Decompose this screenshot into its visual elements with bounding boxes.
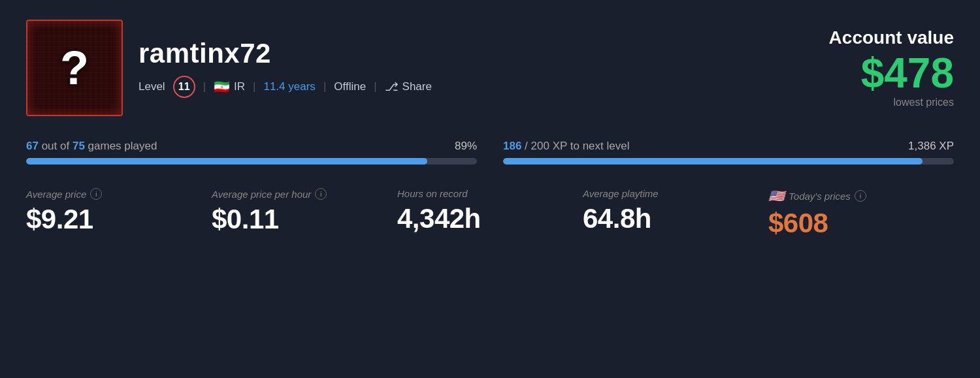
- country-code: IR: [234, 80, 245, 93]
- games-played: 67: [26, 140, 39, 152]
- avg-playtime-label: Average playtime: [583, 188, 768, 199]
- stat-todays-prices: 🇺🇸 Today's prices i $608: [768, 188, 954, 239]
- games-progress-bar-fill: [26, 158, 427, 165]
- games-progress-info: 67 out of 75 games played 89%: [26, 140, 477, 153]
- xp-label-mid: /: [525, 140, 531, 152]
- separator-3: |: [323, 80, 326, 93]
- games-label-end: games played: [88, 140, 157, 152]
- avg-price-per-hour-label: Average price per hour i: [212, 188, 397, 200]
- avg-price-label: Average price i: [26, 188, 212, 200]
- account-value-box: Account value $478 lowest prices: [829, 27, 954, 108]
- progress-section: 67 out of 75 games played 89% 186 / 200 …: [26, 140, 954, 165]
- avg-price-info-icon[interactable]: i: [90, 188, 102, 200]
- todays-prices-value: $608: [768, 208, 954, 239]
- page-container: ? ramtinx72 Level 11 | 🇮🇷 IR | 11.4 year…: [0, 0, 980, 259]
- games-label-mid: out of: [42, 140, 73, 152]
- share-label: Share: [402, 80, 432, 93]
- avatar: ?: [26, 20, 123, 116]
- avg-playtime-value: 64.8h: [583, 203, 768, 234]
- separator-2: |: [253, 80, 255, 93]
- separator-1: |: [203, 80, 206, 93]
- xp-total: 200: [531, 140, 549, 152]
- flag-country: 🇮🇷 IR: [214, 79, 245, 95]
- profile-header: ? ramtinx72 Level 11 | 🇮🇷 IR | 11.4 year…: [26, 20, 954, 116]
- stat-avg-price: Average price i $9.21: [26, 188, 212, 239]
- account-value-sub: lowest prices: [829, 97, 954, 108]
- games-progress-text: 67 out of 75 games played: [26, 140, 157, 153]
- todays-prices-info-icon[interactable]: i: [855, 190, 866, 202]
- xp-label-end: XP to next level: [553, 140, 630, 152]
- hours-on-record-label: Hours on record: [397, 188, 583, 199]
- hours-on-record-label-text: Hours on record: [397, 188, 468, 199]
- level-badge: 11: [173, 76, 195, 98]
- avg-price-per-hour-info-icon[interactable]: i: [315, 188, 327, 200]
- stat-avg-playtime: Average playtime 64.8h: [583, 188, 768, 239]
- todays-prices-label: 🇺🇸 Today's prices i: [768, 188, 954, 204]
- account-age: 11.4 years: [263, 80, 315, 93]
- avatar-question-mark: ?: [60, 41, 89, 95]
- profile-info: ramtinx72 Level 11 | 🇮🇷 IR | 11.4 years …: [139, 38, 432, 98]
- hours-on-record-value: 4,342h: [397, 203, 583, 234]
- xp-right: 1,386 XP: [908, 140, 954, 153]
- avg-price-per-hour-value: $0.11: [212, 204, 397, 235]
- xp-progress-bar-bg: [503, 158, 954, 165]
- account-value-amount: $478: [829, 52, 954, 94]
- stat-avg-price-per-hour: Average price per hour i $0.11: [212, 188, 397, 239]
- share-icon: ⎇: [385, 80, 399, 94]
- todays-prices-flag: 🇺🇸: [768, 188, 785, 204]
- avg-price-per-hour-label-text: Average price per hour: [212, 189, 311, 200]
- xp-progress-info: 186 / 200 XP to next level 1,386 XP: [503, 140, 954, 153]
- status: Offline: [334, 80, 366, 93]
- xp-progress-text: 186 / 200 XP to next level: [503, 140, 630, 153]
- share-button[interactable]: ⎇ Share: [385, 80, 432, 94]
- stat-hours-on-record: Hours on record 4,342h: [397, 188, 583, 239]
- xp-current: 186: [503, 140, 521, 152]
- xp-progress-bar-fill: [503, 158, 923, 165]
- account-value-label: Account value: [829, 27, 954, 48]
- xp-progress-block: 186 / 200 XP to next level 1,386 XP: [503, 140, 954, 165]
- avg-price-value: $9.21: [26, 204, 212, 235]
- username: ramtinx72: [139, 38, 432, 69]
- profile-left: ? ramtinx72 Level 11 | 🇮🇷 IR | 11.4 year…: [26, 20, 432, 116]
- stats-row: Average price i $9.21 Average price per …: [26, 188, 954, 239]
- level-label: Level: [139, 80, 165, 93]
- games-progress-block: 67 out of 75 games played 89%: [26, 140, 477, 165]
- games-percent: 89%: [455, 140, 477, 153]
- avg-playtime-label-text: Average playtime: [583, 188, 659, 199]
- profile-meta: Level 11 | 🇮🇷 IR | 11.4 years | Offline …: [139, 76, 432, 98]
- avg-price-label-text: Average price: [26, 189, 86, 200]
- todays-prices-label-text: Today's prices: [789, 191, 851, 202]
- flag-icon: 🇮🇷: [214, 79, 230, 95]
- games-total: 75: [73, 140, 85, 152]
- separator-4: |: [374, 80, 376, 93]
- games-progress-bar-bg: [26, 158, 477, 165]
